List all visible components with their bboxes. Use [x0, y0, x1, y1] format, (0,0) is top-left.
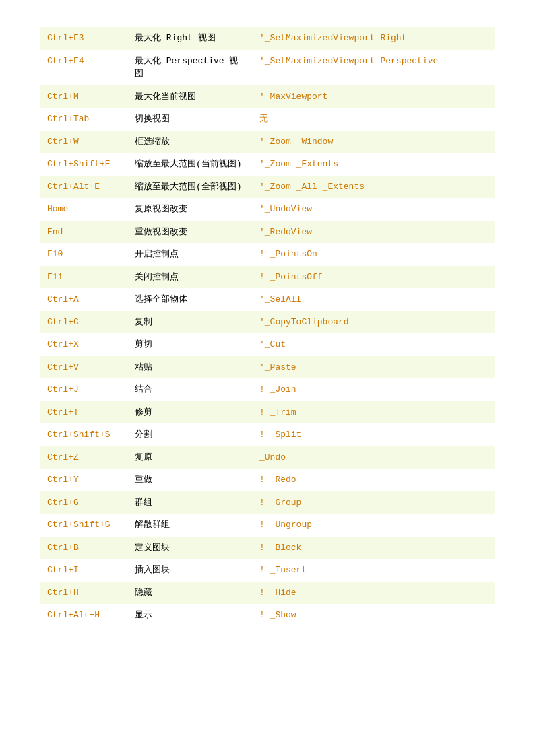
shortcut-key: Ctrl+Y: [40, 469, 128, 491]
command: ! _Group: [253, 491, 495, 514]
shortcut-key: End: [40, 221, 128, 244]
table-row: Ctrl+Z复原_Undo: [40, 446, 495, 469]
command: '_Zoom _Window: [253, 131, 495, 153]
description: 缩放至最大范围(当前视图): [128, 153, 253, 176]
table-row: End重做视图改变'_RedoView: [40, 221, 495, 244]
shortcut-key: Ctrl+M: [40, 85, 128, 108]
shortcut-key: Ctrl+Z: [40, 446, 128, 469]
description: 重做视图改变: [128, 221, 253, 244]
table-row: Ctrl+X剪切'_Cut: [40, 333, 495, 356]
description: 缩放至最大范围(全部视图): [128, 176, 253, 199]
table-row: Ctrl+Alt+E缩放至最大范围(全部视图)'_Zoom _All _Exte…: [40, 176, 495, 199]
description: 开启控制点: [128, 243, 253, 266]
command: '_SelAll: [253, 288, 495, 311]
shortcut-key: F11: [40, 266, 128, 289]
table-row: Ctrl+Shift+E缩放至最大范围(当前视图)'_Zoom _Extents: [40, 153, 495, 176]
shortcut-key: Ctrl+T: [40, 401, 128, 424]
description: 关闭控制点: [128, 266, 253, 289]
shortcut-key: Ctrl+V: [40, 356, 128, 379]
table-row: Ctrl+A选择全部物体'_SelAll: [40, 288, 495, 311]
description: 定义图块: [128, 537, 253, 559]
description: 粘贴: [128, 356, 253, 379]
description: 修剪: [128, 401, 253, 424]
shortcut-key: Ctrl+Shift+S: [40, 423, 128, 446]
shortcut-key: Ctrl+W: [40, 131, 128, 153]
table-row: Ctrl+Alt+H显示! _Show: [40, 604, 495, 627]
shortcut-key: Ctrl+H: [40, 582, 128, 605]
table-row: Ctrl+B定义图块! _Block: [40, 537, 495, 559]
table-row: Ctrl+C复制'_CopyToClipboard: [40, 311, 495, 334]
shortcut-key: Ctrl+X: [40, 333, 128, 356]
shortcut-key: Ctrl+J: [40, 378, 128, 401]
command: ! _Block: [253, 537, 495, 559]
table-row: Ctrl+W框选缩放'_Zoom _Window: [40, 131, 495, 153]
table-row: Ctrl+Y重做! _Redo: [40, 469, 495, 491]
command: ! _Split: [253, 423, 495, 446]
command: 无: [253, 108, 495, 131]
description: 解散群组: [128, 514, 253, 537]
table-row: Home复原视图改变'_UndoView: [40, 198, 495, 221]
description: 选择全部物体: [128, 288, 253, 311]
table-row: Ctrl+Shift+S分割! _Split: [40, 423, 495, 446]
command: '_RedoView: [253, 221, 495, 244]
table-row: Ctrl+Tab切换视图无: [40, 108, 495, 131]
command: ! _Redo: [253, 469, 495, 491]
command: '_UndoView: [253, 198, 495, 221]
shortcut-key: Ctrl+Alt+H: [40, 604, 128, 627]
shortcuts-table: Ctrl+F3最大化 Right 视图'_SetMaximizedViewpor…: [40, 27, 495, 627]
shortcut-key: Home: [40, 198, 128, 221]
description: 显示: [128, 604, 253, 627]
command: ! _Hide: [253, 582, 495, 605]
shortcut-key: Ctrl+F3: [40, 27, 128, 50]
command: '_MaxViewport: [253, 85, 495, 108]
command: ! _PointsOff: [253, 266, 495, 289]
table-row: Ctrl+G群组! _Group: [40, 491, 495, 514]
table-row: Ctrl+M最大化当前视图'_MaxViewport: [40, 85, 495, 108]
shortcut-key: Ctrl+B: [40, 537, 128, 559]
shortcut-key: Ctrl+C: [40, 311, 128, 334]
command: _Undo: [253, 446, 495, 469]
description: 重做: [128, 469, 253, 491]
table-row: Ctrl+H隐藏! _Hide: [40, 582, 495, 605]
shortcut-key: Ctrl+G: [40, 491, 128, 514]
shortcut-key: Ctrl+Alt+E: [40, 176, 128, 199]
command: ! _Ungroup: [253, 514, 495, 537]
description: 群组: [128, 491, 253, 514]
table-row: Ctrl+T修剪! _Trim: [40, 401, 495, 424]
command: '_Zoom _All _Extents: [253, 176, 495, 199]
description: 切换视图: [128, 108, 253, 131]
description: 框选缩放: [128, 131, 253, 153]
description: 分割: [128, 423, 253, 446]
shortcut-key: F10: [40, 243, 128, 266]
command: ! _Join: [253, 378, 495, 401]
command: '_Paste: [253, 356, 495, 379]
command: '_Cut: [253, 333, 495, 356]
command: ! _PointsOn: [253, 243, 495, 266]
shortcut-key: Ctrl+I: [40, 559, 128, 582]
command: ! _Insert: [253, 559, 495, 582]
command: '_Zoom _Extents: [253, 153, 495, 176]
shortcut-key: Ctrl+A: [40, 288, 128, 311]
description: 复制: [128, 311, 253, 334]
table-row: Ctrl+V粘贴'_Paste: [40, 356, 495, 379]
shortcut-key: Ctrl+Shift+E: [40, 153, 128, 176]
command: '_CopyToClipboard: [253, 311, 495, 334]
table-row: Ctrl+Shift+G解散群组! _Ungroup: [40, 514, 495, 537]
command: '_SetMaximizedViewport Right: [253, 27, 495, 50]
description: 复原: [128, 446, 253, 469]
description: 最大化当前视图: [128, 85, 253, 108]
table-row: F10开启控制点! _PointsOn: [40, 243, 495, 266]
description: 隐藏: [128, 582, 253, 605]
shortcut-key: Ctrl+Tab: [40, 108, 128, 131]
description: 最大化 Right 视图: [128, 27, 253, 50]
command: ! _Show: [253, 604, 495, 627]
description: 复原视图改变: [128, 198, 253, 221]
table-row: Ctrl+I插入图块! _Insert: [40, 559, 495, 582]
description: 结合: [128, 378, 253, 401]
table-row: Ctrl+F4最大化 Perspective 视图'_SetMaximizedV…: [40, 50, 495, 85]
command: '_SetMaximizedViewport Perspective: [253, 50, 495, 85]
shortcut-key: Ctrl+F4: [40, 50, 128, 85]
description: 插入图块: [128, 559, 253, 582]
command: ! _Trim: [253, 401, 495, 424]
description: 最大化 Perspective 视图: [128, 50, 253, 85]
